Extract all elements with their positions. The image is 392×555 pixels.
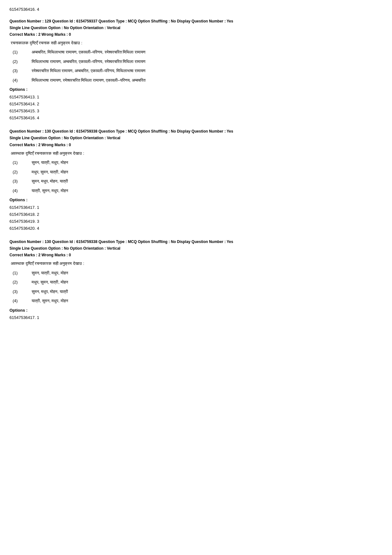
option-num: (1)	[13, 270, 32, 276]
list-item: (4) यात्री, सुमन, मधुप, मोहन	[13, 188, 383, 194]
question-meta-130a-line2: Single Line Question Option : No Option …	[9, 135, 383, 141]
list-item: (1) अम्बचरित, मिथिलाभाषा रामायण, एकावली–…	[13, 49, 383, 55]
question-block-129: Question Number : 129 Question Id : 6154…	[9, 18, 383, 122]
question-meta-129-line2: Single Line Question Option : No Option …	[9, 25, 383, 31]
option-text: यात्री, सुमन, मधुप, मोहन	[32, 298, 383, 304]
option-num: (3)	[13, 68, 32, 74]
option-id-item: 61547536420. 4	[9, 225, 383, 232]
options-list-130a: (1) सुमन, यात्री, मधुप, मोहन (2) मधुप, स…	[13, 159, 383, 194]
option-num: (4)	[13, 298, 32, 304]
option-num: (3)	[13, 178, 32, 184]
list-item: (3) सुमन, मधुप, मोहन, यात्री	[13, 289, 383, 295]
options-label-130a: Options :	[9, 197, 383, 203]
question-text-129: रचनाकालक दृष्टिएँ रचनाक सही अनुक्रम देखा…	[11, 40, 383, 46]
option-num: (1)	[13, 159, 32, 166]
option-id-item: 61547536413. 1	[9, 94, 383, 101]
question-block-130-second: Question Number : 130 Question Id : 6154…	[9, 239, 383, 321]
option-ids-130a: 61547536417. 1 61547536418. 2 6154753641…	[9, 204, 383, 232]
list-item: (2) मिथिलाभाषा रामायण, अम्बचरित, एकावली–…	[13, 59, 383, 65]
option-text: मिथिलाभाषा रामायण, रमेश्वरचरित मिथिला रा…	[32, 77, 383, 84]
list-item: (4) मिथिलाभाषा रामायण, रमेश्वरचरित मिथिल…	[13, 77, 383, 84]
option-num: (4)	[13, 77, 32, 84]
question-meta-130b-line1: Question Number : 130 Question Id : 6154…	[9, 239, 383, 245]
list-item: (2) मधुप, सुमन, यात्री, मोहन	[13, 169, 383, 175]
option-num: (3)	[13, 289, 32, 295]
list-item: (1) सुमन, यात्री, मधुप, मोहन	[13, 159, 383, 166]
list-item: (1) सुमन, यात्री, मधुप, मोहन	[13, 270, 383, 276]
correct-marks-129: Correct Marks : 2 Wrong Marks : 0	[9, 32, 383, 37]
question-block-130-first: Question Number : 130 Question Id : 6154…	[9, 128, 383, 232]
header-id: 61547536416. 4	[9, 7, 39, 12]
option-num: (2)	[13, 169, 32, 175]
option-id-item: 61547536414. 2	[9, 101, 383, 108]
options-label-130b: Options :	[9, 307, 383, 314]
page-header: 61547536416. 4	[9, 6, 383, 13]
options-label-129: Options :	[9, 86, 383, 93]
option-text: अम्बचरित, मिथिलाभाषा रामायण, एकावली–परिण…	[32, 49, 383, 55]
option-text: सुमन, यात्री, मधुप, मोहन	[32, 159, 383, 166]
page-container: 61547536416. 4 Question Number : 129 Que…	[9, 6, 383, 321]
option-num: (2)	[13, 279, 32, 285]
option-text: मिथिलाभाषा रामायण, अम्बचरित, एकावली–परिण…	[32, 59, 383, 65]
option-text: सुमन, यात्री, मधुप, मोहन	[32, 270, 383, 276]
question-meta-130a-line1: Question Number : 130 Question Id : 6154…	[9, 128, 383, 134]
correct-marks-130b: Correct Marks : 2 Wrong Marks : 0	[9, 252, 383, 258]
option-id-item: 61547536416. 4	[9, 115, 383, 122]
option-text: सुमन, मधुप, मोहन, यात्री	[32, 289, 383, 295]
question-text-130b: अवस्थाक दृष्टिएँ रचनाकारक सही अनुक्रम दे…	[11, 260, 383, 267]
option-ids-130b: 61547536417. 1	[9, 314, 383, 321]
option-num: (4)	[13, 188, 32, 194]
option-text: सुमन, मधुप, मोहन, यात्री	[32, 178, 383, 184]
option-id-item: 61547536417. 1	[9, 314, 383, 321]
option-id-item: 61547536418. 2	[9, 211, 383, 218]
options-list-130b: (1) सुमन, यात्री, मधुप, मोहन (2) मधुप, स…	[13, 270, 383, 304]
list-item: (3) सुमन, मधुप, मोहन, यात्री	[13, 178, 383, 184]
question-text-130a: अवस्थाक दृष्टिएँ रचनाकारक सही अनुक्रम दे…	[11, 150, 383, 157]
option-ids-129: 61547536413. 1 61547536414. 2 6154753641…	[9, 94, 383, 122]
option-text: मधुप, सुमन, यात्री, मोहन	[32, 169, 383, 175]
option-id-item: 61547536415. 3	[9, 108, 383, 115]
option-num: (1)	[13, 49, 32, 55]
options-list-129: (1) अम्बचरित, मिथिलाभाषा रामायण, एकावली–…	[13, 49, 383, 83]
list-item: (3) रमेश्वरचरित मिथिला रामायण, अम्बचरित,…	[13, 68, 383, 74]
option-id-item: 61547536419. 3	[9, 218, 383, 225]
option-text: मधुप, सुमन, यात्री, मोहन	[32, 279, 383, 285]
option-id-item: 61547536417. 1	[9, 204, 383, 211]
option-text: यात्री, सुमन, मधुप, मोहन	[32, 188, 383, 194]
correct-marks-130a: Correct Marks : 2 Wrong Marks : 0	[9, 142, 383, 148]
option-text: रमेश्वरचरित मिथिला रामायण, अम्बचरित, एका…	[32, 68, 383, 74]
list-item: (2) मधुप, सुमन, यात्री, मोहन	[13, 279, 383, 285]
option-num: (2)	[13, 59, 32, 65]
question-meta-129-line1: Question Number : 129 Question Id : 6154…	[9, 18, 383, 24]
question-meta-130b-line2: Single Line Question Option : No Option …	[9, 246, 383, 252]
list-item: (4) यात्री, सुमन, मधुप, मोहन	[13, 298, 383, 304]
